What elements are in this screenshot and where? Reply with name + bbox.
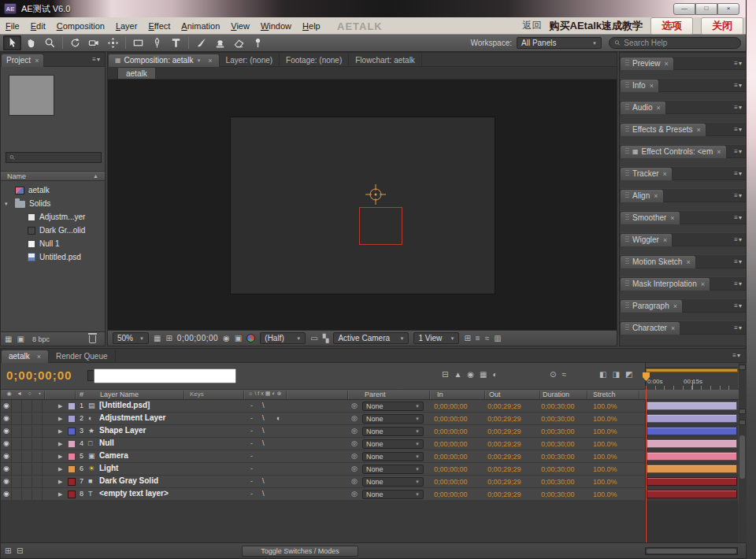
quality-switch[interactable]: \ — [262, 402, 265, 409]
column-keys[interactable]: Keys — [190, 391, 204, 398]
project-name-column-header[interactable]: Name ▲ — [1, 171, 105, 181]
adjustment-layer-switch[interactable]: ◐ — [276, 414, 280, 422]
layer-name[interactable]: [Untitled.psd] — [99, 401, 181, 409]
close-tab-icon[interactable]: × — [697, 126, 701, 134]
duration-value[interactable]: 0;00;30;00 — [541, 440, 575, 448]
comp-marker-bin-button[interactable] — [739, 365, 746, 370]
expand-arrow-icon[interactable]: ▶ — [58, 441, 62, 447]
visibility-eye-icon[interactable]: ◉ — [3, 402, 9, 409]
composition-frame[interactable] — [231, 117, 495, 294]
viewer-bar-icon[interactable]: ▣ — [235, 335, 242, 342]
parent-dropdown[interactable]: None▼ — [362, 427, 424, 436]
layer-name[interactable]: Dark Gray Solid — [99, 476, 181, 485]
comp-marker-strip[interactable] — [646, 363, 738, 368]
viewer-bar-icon[interactable]: ▦ — [154, 335, 161, 342]
viewer-bar-icon[interactable]: ▭ — [310, 335, 317, 342]
project-item[interactable]: Adjustm...yer — [1, 210, 105, 224]
trash-icon[interactable] — [89, 335, 96, 343]
project-item[interactable]: ▾Solids — [1, 197, 105, 210]
stretch-value[interactable]: 100.0% — [593, 428, 617, 435]
project-bit-depth[interactable]: 8 bpc — [32, 335, 50, 343]
layer-track[interactable] — [645, 463, 738, 476]
layer-duration-bar[interactable] — [647, 465, 737, 473]
panel-tab[interactable]: Motion Sketch× — [620, 255, 696, 268]
maximize-button[interactable]: □ — [695, 3, 717, 15]
layer-row[interactable]: ◉▶7■Dark Gray Solid-\◎None▼0;00;00;000;0… — [1, 476, 746, 488]
minimize-button[interactable]: — — [673, 3, 695, 15]
out-value[interactable]: 0;00;29;29 — [487, 478, 521, 486]
expand-arrow-icon[interactable]: ▶ — [58, 466, 62, 472]
project-item[interactable]: Untitled.psd — [1, 250, 105, 264]
visibility-eye-icon[interactable]: ◉ — [3, 490, 9, 498]
column-parent[interactable]: Parent — [365, 391, 386, 398]
out-value[interactable]: 0;00;29;29 — [487, 465, 521, 473]
out-value[interactable]: 0;00;29;29 — [487, 440, 521, 448]
viewer-bar-icon[interactable]: ▚ — [323, 335, 329, 342]
panel-tab[interactable]: Audio× — [620, 101, 666, 114]
horizontal-scrollbar[interactable] — [645, 547, 738, 555]
close-tab-icon[interactable]: × — [665, 60, 669, 68]
panel-tab[interactable]: Wiggler× — [620, 233, 673, 246]
project-search-input[interactable] — [17, 154, 98, 162]
timeline-search-input[interactable] — [94, 368, 236, 383]
layer-track[interactable] — [645, 425, 738, 438]
help-search-box[interactable] — [609, 37, 741, 49]
timeline-control-icon[interactable]: ◉ — [467, 370, 474, 379]
parent-pickwhip-icon[interactable]: ◎ — [351, 414, 358, 422]
layer-color-chip[interactable] — [68, 402, 76, 410]
quality-switch[interactable]: \ — [262, 477, 265, 485]
viewer-tab-2[interactable]: Footage: (none) — [280, 54, 349, 67]
panel-tab[interactable]: Info× — [620, 79, 659, 92]
layer-track[interactable] — [645, 400, 738, 413]
timeline-control-icon[interactable]: ⊙ — [550, 370, 556, 379]
vertical-scrollbar-thumb[interactable] — [739, 435, 745, 479]
visibility-eye-icon[interactable]: ◉ — [3, 427, 9, 435]
timeline-control-icon[interactable]: ◐ — [492, 370, 497, 379]
close-button[interactable]: × — [717, 3, 739, 15]
layer-duration-bar[interactable] — [647, 439, 737, 448]
shy-switch[interactable]: - — [250, 414, 253, 422]
back-link[interactable]: 返回 — [523, 19, 542, 32]
menu-item-file[interactable]: File — [0, 19, 25, 33]
layer-name[interactable]: Adjustment Layer — [99, 413, 181, 422]
close-tab-icon[interactable]: × — [35, 57, 39, 65]
panel-menu-icon[interactable]: ≡▾ — [734, 170, 743, 177]
quality-switch[interactable]: \ — [262, 490, 265, 498]
track-nav-button-2[interactable] — [739, 420, 746, 425]
layer-row[interactable]: ◉▶1▤[Untitled.psd]-\◎None▼0;00;00;000;00… — [1, 400, 746, 413]
timeline-control-icon[interactable]: ≈ — [561, 370, 566, 379]
visibility-eye-icon[interactable]: ◉ — [3, 414, 9, 422]
in-value[interactable]: 0;00;00;00 — [434, 453, 468, 461]
panel-menu-icon[interactable]: ≡▾ — [734, 126, 743, 133]
shy-switch[interactable]: - — [250, 477, 253, 485]
menu-item-animation[interactable]: Animation — [176, 19, 225, 33]
project-item[interactable]: Null 1 — [1, 237, 105, 250]
brush-tool[interactable] — [192, 35, 210, 50]
parent-pickwhip-icon[interactable]: ◎ — [351, 465, 358, 472]
panel-menu-icon[interactable]: ≡▾ — [92, 56, 101, 63]
layer-row[interactable]: ◉▶5▣Camera-◎None▼0;00;00;000;00;29;290;0… — [1, 450, 746, 463]
rectangle-tool[interactable] — [129, 35, 147, 50]
close-tab-icon[interactable]: × — [663, 170, 667, 178]
timeline-control-icon[interactable]: ▲ — [454, 370, 461, 379]
parent-dropdown[interactable]: None▼ — [362, 465, 424, 474]
viewer-timecode[interactable]: 0;00;00;00 — [177, 334, 218, 342]
layer-duration-bar[interactable] — [647, 402, 737, 410]
close-tab-icon[interactable]: × — [208, 57, 212, 65]
time-ruler[interactable]: 0:00s 00:15s — [645, 363, 738, 390]
eraser-tool[interactable] — [230, 35, 248, 50]
in-value[interactable]: 0;00;00;00 — [434, 428, 468, 435]
column-in[interactable]: In — [437, 391, 443, 398]
toggle-switches-modes-button[interactable]: Toggle Switches / Modes — [242, 546, 358, 557]
menu-item-window[interactable]: Window — [255, 19, 297, 33]
options-button[interactable]: 选项 — [650, 17, 693, 35]
layer-color-chip[interactable] — [68, 428, 76, 435]
timeline-control-icon[interactable]: ◨ — [612, 370, 619, 379]
viewer-bar-icon[interactable]: ◉ — [223, 335, 230, 342]
panel-tab[interactable]: Tracker× — [620, 167, 673, 180]
in-value[interactable]: 0;00;00;00 — [434, 465, 468, 473]
pen-tool[interactable] — [148, 35, 166, 50]
menu-item-layer[interactable]: Layer — [110, 19, 143, 33]
viewer-bar-icon[interactable]: ≡ — [476, 335, 480, 342]
duration-value[interactable]: 0;00;30;00 — [541, 465, 575, 473]
